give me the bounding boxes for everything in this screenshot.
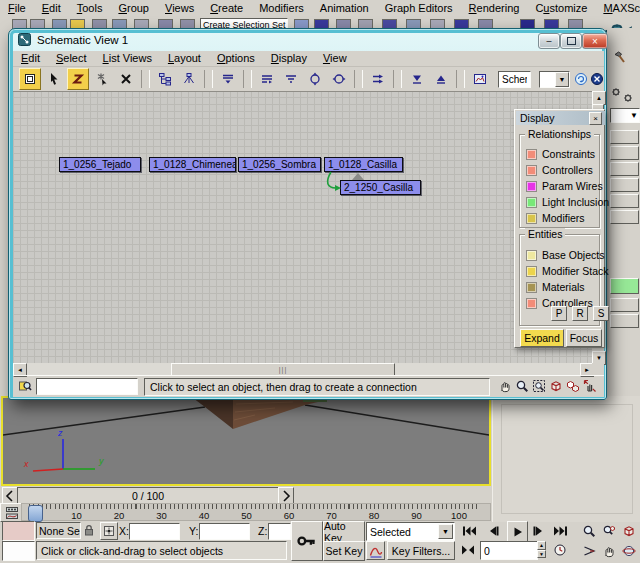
zoom-extents-button[interactable] xyxy=(620,522,638,539)
display-option-row[interactable]: Controllers xyxy=(526,163,593,177)
play-button[interactable] xyxy=(507,521,528,542)
open-mini-curve-editor-button[interactable] xyxy=(0,503,23,522)
schematic-node[interactable]: 2_1250_Casilla xyxy=(340,180,421,195)
pan-hand-button[interactable] xyxy=(496,377,513,394)
schematic-view-window-icon xyxy=(18,33,32,47)
command-panel-button[interactable] xyxy=(610,314,639,328)
display-option-row[interactable]: Constraints xyxy=(526,147,595,161)
display-option-row[interactable]: Light Inclusion xyxy=(526,195,609,209)
zoom-button[interactable] xyxy=(513,377,530,394)
schematic-search-field[interactable] xyxy=(36,378,138,395)
zoom-button[interactable] xyxy=(580,522,598,539)
display-option-row[interactable]: Modifiers xyxy=(526,211,585,225)
set-key-button[interactable]: Set Key xyxy=(323,541,365,561)
named-selection-status[interactable]: None Se xyxy=(36,522,81,539)
p-filter-button[interactable]: P xyxy=(551,306,567,321)
application-window: { "app": { "menubar": [ {"label":"File",… xyxy=(0,0,640,563)
frame-spinner[interactable]: ▲▼ xyxy=(537,541,546,558)
command-panel-button[interactable] xyxy=(610,162,639,176)
menu-item-group[interactable]: Group xyxy=(110,1,157,16)
schematic-search-icon[interactable] xyxy=(18,379,32,393)
schematic-canvas[interactable]: 1_0256_Tejado1_0128_Chimenea1_0256_Sombr… xyxy=(13,92,592,364)
key-filter-dropdown[interactable]: Selected ▼ xyxy=(366,522,455,541)
display-option-row[interactable]: Param Wires xyxy=(526,179,603,193)
color-swatch-pink[interactable] xyxy=(2,521,35,541)
menu-item-file[interactable]: File xyxy=(0,1,34,16)
coord-y-field[interactable] xyxy=(199,523,250,540)
key-mode-toggle[interactable] xyxy=(459,543,476,557)
command-panel-button[interactable] xyxy=(610,130,639,144)
command-panel-button[interactable] xyxy=(610,194,639,208)
menu-item-animation[interactable]: Animation xyxy=(312,1,377,16)
s-filter-button[interactable]: S xyxy=(593,306,609,321)
go-to-end-button[interactable] xyxy=(551,523,571,538)
schematic-node[interactable]: 1_0256_Sombra xyxy=(238,157,321,172)
next-frame-playback-button[interactable] xyxy=(530,523,546,538)
display-panel-title: Display xyxy=(520,112,554,124)
utilities-hammer-icon[interactable] xyxy=(612,50,626,64)
menu-item-views[interactable]: Views xyxy=(157,1,202,16)
zoom-region-button[interactable] xyxy=(530,377,547,394)
display-option-label: Constraints xyxy=(542,148,595,160)
schematic-node[interactable]: 1_0256_Tejado xyxy=(59,157,141,172)
menu-item-graph-editors[interactable]: Graph Editors xyxy=(377,1,461,16)
color-swatch-white[interactable] xyxy=(2,541,35,561)
next-frame-button[interactable] xyxy=(278,487,294,504)
zoom-extents-selected-button[interactable] xyxy=(564,377,581,394)
minimize-button[interactable]: – xyxy=(538,33,560,49)
r-filter-button[interactable]: R xyxy=(572,306,588,321)
display-option-label: Materials xyxy=(542,281,585,293)
maximize-button[interactable] xyxy=(560,33,582,49)
pan-button[interactable] xyxy=(600,542,618,559)
command-panel-button[interactable] xyxy=(610,210,639,224)
command-panel-button[interactable] xyxy=(610,178,639,192)
chevron-down-icon[interactable]: ▼ xyxy=(438,524,453,539)
previous-frame-button[interactable] xyxy=(2,487,18,504)
expand-button[interactable]: Expand xyxy=(520,329,564,347)
zoom-extents-button[interactable] xyxy=(547,377,564,394)
perspective-viewport[interactable]: z x y xyxy=(1,396,491,486)
menu-item-customize[interactable]: Customize xyxy=(527,1,595,16)
command-panel-dropdown[interactable]: ▼ xyxy=(610,108,640,123)
scroll-up-arrow[interactable]: ▲ xyxy=(592,91,606,105)
default-tangent-button[interactable] xyxy=(366,541,385,560)
current-frame-field[interactable] xyxy=(480,541,538,560)
menu-item-rendering[interactable]: Rendering xyxy=(461,1,528,16)
field-of-view-button[interactable] xyxy=(580,542,598,559)
display-option-row[interactable]: Materials xyxy=(526,280,585,294)
time-configuration-button[interactable] xyxy=(551,541,568,558)
zoom-all-button[interactable] xyxy=(600,522,618,539)
previous-frame-playback-button[interactable] xyxy=(486,523,502,538)
close-icon[interactable]: × xyxy=(589,112,602,125)
window-titlebar[interactable]: Schematic View 1 – × xyxy=(9,29,606,51)
menu-item-maxscript[interactable]: MAXScript xyxy=(595,1,640,16)
coord-z-field[interactable] xyxy=(268,523,291,540)
time-slider-thumb[interactable] xyxy=(28,505,43,522)
close-button[interactable]: × xyxy=(582,33,608,49)
set-keys-button[interactable] xyxy=(291,521,323,561)
key-filters-button[interactable]: Key Filters... xyxy=(387,541,455,560)
auto-key-button[interactable]: Auto Key xyxy=(323,521,365,542)
arc-rotate-button[interactable] xyxy=(620,542,638,559)
display-option-row[interactable]: Base Objects xyxy=(526,248,604,262)
command-panel-button-green[interactable] xyxy=(610,278,639,294)
menu-item-modifiers[interactable]: Modifiers xyxy=(251,1,312,16)
focus-button[interactable]: Focus xyxy=(566,329,602,347)
menu-item-tools[interactable]: Tools xyxy=(69,1,111,16)
absolute-mode-toggle[interactable] xyxy=(100,522,118,540)
go-to-start-button[interactable] xyxy=(459,523,479,538)
schematic-node[interactable]: 1_0128_Casilla xyxy=(324,157,403,172)
command-panel-button[interactable] xyxy=(610,146,639,160)
menu-item-edit[interactable]: Edit xyxy=(34,1,69,16)
display-option-row[interactable]: Modifier Stack xyxy=(526,264,609,278)
display-floater-panel: Display × Relationships ConstraintsContr… xyxy=(514,109,605,348)
schematic-node[interactable]: 1_0128_Chimenea xyxy=(149,157,236,172)
coord-x-field[interactable] xyxy=(129,523,180,540)
time-slider-track[interactable]: 0102030405060708090100 xyxy=(21,503,491,521)
canvas-hscrollbar[interactable]: ◄ ||| ► xyxy=(13,363,592,375)
command-panel-button[interactable] xyxy=(610,298,639,312)
selection-lock-icon[interactable] xyxy=(82,523,96,537)
pan-zoom-button[interactable] xyxy=(581,377,598,394)
display-panel-titlebar[interactable]: Display × xyxy=(516,111,605,125)
menu-item-create[interactable]: Create xyxy=(202,1,251,16)
